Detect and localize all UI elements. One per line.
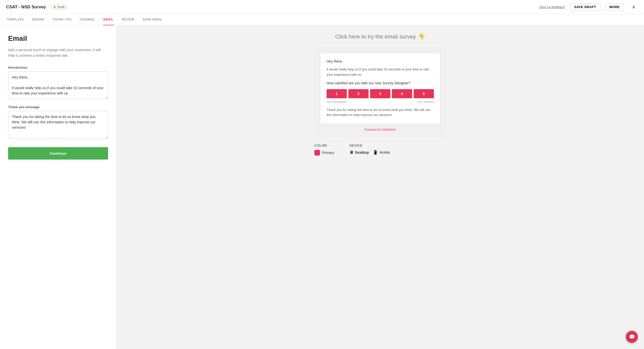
thank-you-textarea[interactable]: Thank you for taking the time to let us … [8,111,108,139]
email-body: It would really help us if you could tak… [327,67,434,77]
color-section-label: COLOR [314,144,334,147]
nav-item-email[interactable]: EMAIL [103,14,114,25]
device-section: DEVICE 🖥 Desktop 📱 Mobile [349,144,390,156]
nav-item-template[interactable]: TEMPLATE [6,14,24,25]
primary-color-label: Primary [322,151,334,155]
preview-title: Click here to try the email survey 👇 [335,33,425,40]
color-section: COLOR Primary [314,144,334,156]
draft-badge: Draft [51,4,67,10]
main-content: Email Add a personal touch to engage wit… [0,25,644,349]
desktop-icon: 🖥 [349,150,353,155]
rating-btn-3[interactable]: 3 [370,89,390,98]
device-options-row: 🖥 Desktop 📱 Mobile [349,150,390,155]
color-swatch [314,150,320,156]
chat-button[interactable]: 💬 [626,331,638,343]
rating-labels: Very dissatisfied Very satisfied [327,100,434,103]
rating-btn-4[interactable]: 4 [392,89,412,98]
nav-item-send-email[interactable]: SEND EMAIL [142,14,163,25]
rating-btn-1[interactable]: 1 [327,89,347,98]
powered-by: Powered by SatisMeter [320,128,440,131]
powered-by-brand: SatisMeter [381,128,396,131]
powered-by-text: Powered by [365,128,381,131]
introduction-textarea[interactable]: Hey there, It would really help us if yo… [8,71,108,99]
email-footer-text: Thank you for taking the time to let us … [327,107,434,118]
preview-emoji: 👇 [418,33,425,40]
device-option-desktop[interactable]: 🖥 Desktop [349,150,369,155]
mobile-label: Mobile [379,150,390,154]
app-title: CSAT - NSD Survey [6,5,46,10]
nav-item-thank-you[interactable]: THANK YOU [52,14,72,25]
panel-description: Add a personal touch to engage with your… [8,47,108,59]
rating-label-high: Very satisfied [417,100,434,103]
draft-label: Draft [57,5,64,9]
primary-color-row[interactable]: Primary [314,150,334,156]
chat-icon: 💬 [629,334,635,340]
device-option-mobile[interactable]: 📱 Mobile [373,150,390,155]
mobile-icon: 📱 [373,150,378,155]
nav-item-review[interactable]: REVIEW [121,14,135,25]
left-panel: Email Add a personal touch to engage wit… [0,25,116,349]
settings-row: COLOR Primary DEVICE 🖥 Desktop 📱 Mobile [314,144,446,156]
thank-you-message-label: Thank you message [8,105,108,109]
email-card: Hey there, It would really help us if yo… [320,53,440,124]
draft-dot-icon [54,6,56,8]
email-question: How satisfied are you with our new Surve… [327,81,434,85]
introduction-label: Introduction [8,66,108,69]
top-nav: TEMPLATE DESIGN THANK YOU CHANNEL EMAIL … [0,14,644,25]
device-section-label: DEVICE [349,144,390,147]
continue-button[interactable]: Continue [8,147,108,160]
right-panel: Click here to try the email survey 👇 Hey… [116,25,644,349]
rating-row: 1 2 3 4 5 [327,89,434,98]
panel-title: Email [8,34,108,43]
email-greeting: Hey there, [327,59,434,63]
rating-btn-2[interactable]: 2 [348,89,369,98]
nav-item-channel[interactable]: CHANNEL [79,14,96,25]
desktop-label: Desktop [355,150,369,154]
rating-btn-5[interactable]: 5 [414,89,434,98]
app-header: CSAT - NSD Survey Draft Give us feedback… [0,0,644,14]
rating-label-low: Very dissatisfied [327,100,347,103]
feedback-link[interactable]: Give us feedback [539,5,565,9]
save-draft-button[interactable]: SAVE DRAFT [570,3,600,11]
email-preview-container[interactable]: Hey there, It would really help us if yo… [314,47,446,138]
preview-title-text: Click here to try the email survey [335,33,416,40]
more-button[interactable]: MORE [605,3,624,11]
nav-item-design[interactable]: DESIGN [31,14,45,25]
close-button[interactable]: ✕ [630,3,638,11]
